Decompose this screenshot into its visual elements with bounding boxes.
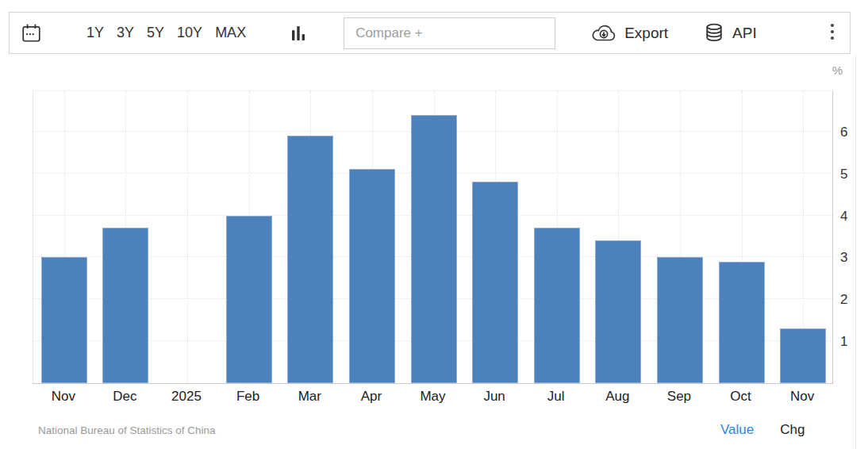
chart-widget: 1Y3Y5Y10YMAX Export: [0, 0, 868, 449]
y-tick-label: 4: [840, 209, 847, 224]
bar-may-6[interactable]: [411, 115, 457, 383]
bar-oct-11[interactable]: [719, 262, 765, 383]
range-button-3y[interactable]: 3Y: [110, 20, 140, 46]
bar-jun-7[interactable]: [472, 182, 518, 383]
y-tick-label: 1: [840, 334, 847, 350]
range-button-10y[interactable]: 10Y: [171, 20, 209, 46]
x-tick-label: Mar: [278, 389, 341, 405]
bar-chart-icon: [289, 24, 308, 43]
x-tick-label: Aug: [586, 389, 649, 405]
calendar-button[interactable]: [21, 23, 42, 44]
x-tick-label: Nov: [32, 389, 95, 405]
bar-aug-9[interactable]: [595, 240, 641, 383]
panel-right-border: [855, 56, 856, 449]
series-tab-value[interactable]: Value: [720, 422, 754, 438]
export-button[interactable]: Export: [590, 23, 668, 44]
x-tick-label: Dec: [93, 389, 156, 405]
y-tick-label: 3: [840, 250, 847, 266]
x-tick-label: Jun: [463, 389, 526, 405]
x-tick-label: Sep: [647, 389, 711, 405]
range-selector: 1Y3Y5Y10YMAX: [80, 20, 252, 46]
bar-nov-0[interactable]: [41, 257, 87, 383]
x-tick-label: Feb: [217, 389, 280, 405]
v-gridline: [187, 91, 188, 383]
x-tick-label: May: [401, 389, 465, 405]
range-button-5y[interactable]: 5Y: [140, 20, 171, 46]
kebab-menu-icon: [829, 21, 835, 42]
series-mode-tabs: ValueChg: [720, 422, 805, 438]
cloud-download-icon: [590, 23, 617, 44]
source-attribution: National Bureau of Statistics of China: [38, 424, 216, 436]
calendar-icon: [21, 23, 42, 44]
y-tick-label: 2: [840, 292, 847, 308]
api-label: API: [732, 25, 757, 42]
bar-mar-4[interactable]: [287, 136, 333, 383]
y-axis-unit-label: %: [825, 63, 843, 77]
x-tick-label: Nov: [770, 389, 834, 405]
toolbar: 1Y3Y5Y10YMAX Export: [9, 12, 851, 54]
x-tick-label: Apr: [340, 389, 403, 405]
chart-area: % 123456 NovDec2025FebMarAprMayJunJulAug…: [0, 54, 855, 449]
x-tick-label: 2025: [155, 389, 218, 405]
export-label: Export: [624, 25, 668, 42]
x-tick-label: Oct: [709, 389, 773, 405]
bar-jul-8[interactable]: [534, 228, 580, 383]
bar-sep-10[interactable]: [657, 257, 703, 383]
bar-nov-12[interactable]: [780, 328, 826, 383]
series-tab-chg[interactable]: Chg: [780, 422, 805, 438]
bar-dec-1[interactable]: [102, 228, 148, 383]
kebab-menu-button[interactable]: [826, 18, 839, 48]
range-button-max[interactable]: MAX: [209, 20, 252, 46]
range-button-1y[interactable]: 1Y: [80, 20, 110, 46]
api-button[interactable]: API: [703, 22, 757, 44]
database-icon: [703, 22, 725, 44]
y-tick-label: 5: [840, 167, 847, 182]
chart-type-button[interactable]: [289, 24, 308, 43]
compare-input[interactable]: [344, 17, 555, 49]
y-tick-label: 6: [840, 125, 847, 140]
x-tick-label: Jul: [524, 389, 588, 405]
bar-feb-3[interactable]: [226, 216, 272, 383]
plot-area: [33, 90, 833, 384]
bar-apr-5[interactable]: [349, 169, 395, 383]
